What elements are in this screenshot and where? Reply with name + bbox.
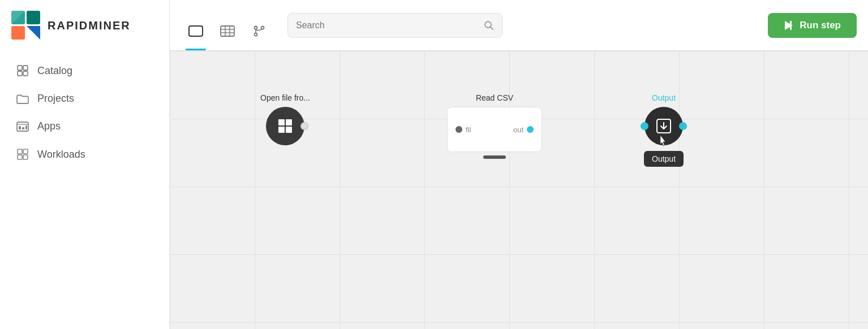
canvas-grid: [170, 51, 868, 329]
svg-line-29: [491, 27, 493, 29]
svg-rect-8: [23, 71, 28, 76]
apps-icon: [16, 122, 29, 132]
run-step-icon: [784, 20, 794, 31]
sidebar-item-workloads[interactable]: Workloads: [0, 140, 169, 168]
search-icon: [484, 20, 494, 31]
svg-point-25: [261, 27, 264, 29]
svg-rect-12: [22, 127, 24, 129]
logo-area: RAPIDMINER: [0, 0, 169, 51]
open-file-circle[interactable]: [266, 107, 304, 145]
workloads-label: Workloads: [37, 149, 85, 161]
catalog-label: Catalog: [37, 65, 72, 77]
sidebar-item-apps[interactable]: Apps: [0, 112, 169, 140]
svg-point-24: [255, 27, 257, 29]
svg-rect-17: [23, 155, 28, 159]
svg-rect-15: [23, 149, 28, 154]
svg-rect-34: [278, 127, 285, 133]
read-csv-port-right[interactable]: [527, 126, 534, 133]
svg-rect-2: [11, 26, 25, 40]
projects-icon: [16, 94, 29, 104]
output-port-right[interactable]: [679, 122, 687, 130]
sidebar-item-catalog[interactable]: Catalog: [0, 57, 169, 85]
logo-text: RAPIDMINER: [48, 19, 131, 32]
read-csv-port-left[interactable]: [456, 126, 462, 133]
open-file-port-right[interactable]: [300, 122, 308, 130]
svg-rect-1: [27, 11, 40, 24]
output-circle[interactable]: [644, 107, 683, 145]
svg-rect-6: [18, 71, 22, 76]
read-csv-port-right-label: out: [513, 125, 523, 134]
svg-rect-16: [18, 155, 22, 159]
output-node[interactable]: Output Output: [644, 93, 684, 167]
open-file-node[interactable]: Open file fro...: [260, 93, 310, 145]
output-label-top: Output: [652, 93, 676, 102]
svg-rect-13: [25, 125, 27, 129]
toolbar-right: Run step: [768, 13, 857, 38]
svg-rect-5: [18, 66, 22, 70]
sidebar-item-projects[interactable]: Projects: [0, 85, 169, 112]
workflow-canvas[interactable]: Open file fro... Read CSV fil: [170, 51, 868, 329]
output-tooltip: Output: [644, 151, 684, 167]
svg-marker-3: [27, 26, 40, 40]
svg-rect-32: [278, 119, 285, 125]
search-box[interactable]: [287, 13, 502, 38]
rapidminer-logo-icon: [11, 11, 41, 40]
sidebar: RAPIDMINER Catalog Projects: [0, 0, 170, 329]
svg-point-26: [255, 33, 257, 36]
projects-label: Projects: [37, 93, 74, 105]
svg-rect-35: [286, 127, 292, 133]
svg-rect-19: [221, 26, 234, 36]
catalog-icon: [16, 64, 29, 77]
read-csv-node[interactable]: Read CSV fil out: [447, 93, 542, 159]
search-input[interactable]: [296, 20, 484, 31]
toolbar-tabs: [181, 0, 274, 50]
svg-rect-33: [286, 119, 292, 125]
run-step-button[interactable]: Run step: [768, 13, 857, 38]
output-icon: [655, 117, 673, 135]
output-port-left[interactable]: [641, 122, 648, 130]
tab-canvas[interactable]: [181, 16, 210, 46]
run-step-label: Run step: [800, 20, 841, 31]
open-file-icon: [277, 118, 294, 135]
svg-rect-11: [19, 126, 21, 129]
svg-rect-31: [790, 21, 792, 30]
tab-branch[interactable]: [244, 16, 274, 46]
tab-table[interactable]: [213, 16, 242, 46]
apps-label: Apps: [37, 120, 61, 132]
svg-rect-14: [18, 149, 22, 154]
read-csv-label: Read CSV: [476, 93, 513, 102]
workloads-icon: [16, 148, 29, 161]
main-content: Run step Open file fro... Read CSV: [170, 0, 868, 329]
toolbar: Run step: [170, 0, 868, 51]
cursor-icon: [658, 134, 669, 148]
read-csv-body[interactable]: fil out: [447, 107, 542, 152]
open-file-label: Open file fro...: [260, 93, 310, 102]
svg-rect-18: [189, 26, 203, 36]
read-csv-bottom-bar: [483, 155, 506, 159]
read-csv-port-left-label: fil: [466, 125, 471, 134]
sidebar-navigation: Catalog Projects Apps: [0, 51, 169, 174]
svg-rect-7: [23, 66, 28, 70]
